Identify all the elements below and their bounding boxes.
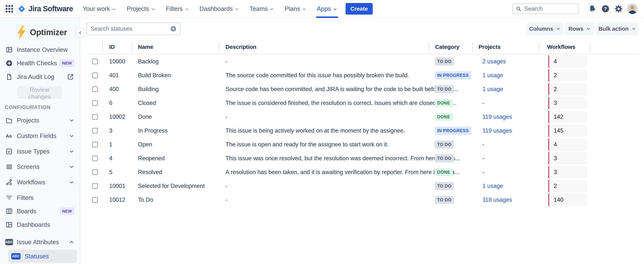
- sidebar-item-workflows[interactable]: Workflows: [0, 176, 80, 189]
- sidebar-collapse-button[interactable]: [76, 28, 85, 38]
- sidebar-item-custom-fields[interactable]: Aa Custom Fields: [0, 129, 80, 143]
- projects-usage-link[interactable]: 118 usages: [482, 196, 512, 203]
- column-separator: [472, 42, 473, 52]
- chevron-down-icon: [69, 118, 74, 123]
- search-statuses-input[interactable]: [90, 25, 170, 32]
- cell-description: -: [226, 114, 228, 120]
- projects-usage-link[interactable]: 119 usages: [482, 127, 512, 134]
- projects-usage-link[interactable]: 2 usages: [482, 58, 506, 65]
- sidebar-item-statuses[interactable]: ABC Statuses: [8, 250, 77, 263]
- user-avatar[interactable]: [627, 4, 638, 14]
- row-checkbox[interactable]: [92, 197, 98, 203]
- nav-item-your-work[interactable]: Your work: [83, 0, 116, 18]
- workflows-count-cell: 3: [548, 152, 587, 164]
- projects-usage-link[interactable]: 1 usage: [482, 86, 503, 92]
- chevron-down-icon: [235, 7, 239, 12]
- cell-category: TO DO: [435, 58, 454, 66]
- projects-usage-link[interactable]: 1 usage: [482, 72, 503, 79]
- notifications-bell-icon[interactable]: [588, 4, 597, 14]
- cell-category: TO DO: [435, 85, 454, 93]
- row-checkbox[interactable]: [92, 142, 98, 147]
- nav-item-label: Apps: [317, 5, 331, 12]
- settings-gear-icon[interactable]: [614, 4, 624, 14]
- category-badge: TO DO: [435, 154, 454, 162]
- projects-usage-link[interactable]: 119 usages: [482, 114, 512, 120]
- table-row-backlog: 10000 Backlog - TO DO 2 usages 4: [80, 54, 644, 68]
- category-badge: TO DO: [435, 58, 454, 66]
- global-search-placeholder: Search: [524, 6, 543, 12]
- row-checkbox[interactable]: [92, 72, 98, 78]
- cell-name: Building: [138, 86, 158, 92]
- sidebar-item-filters[interactable]: Filters: [0, 191, 80, 204]
- sidebar-item-issue-attributes[interactable]: ABC Issue Attributes: [0, 236, 80, 249]
- row-checkbox[interactable]: [92, 114, 98, 120]
- nav-item-label: Your work: [83, 5, 110, 12]
- sidebar-item-instance-overview[interactable]: Instance Overview: [0, 43, 80, 56]
- sidebar-item-trailing: NEW: [60, 208, 74, 215]
- row-checkbox[interactable]: [92, 100, 98, 106]
- sidebar-item-screens[interactable]: Screens: [0, 160, 80, 174]
- new-badge: NEW: [60, 208, 74, 215]
- global-search-input[interactable]: Search: [512, 4, 579, 14]
- sidebar-item-dashboards[interactable]: Dashboards: [0, 218, 80, 232]
- row-checkbox[interactable]: [92, 59, 98, 64]
- review-changes-button[interactable]: Review changes: [17, 86, 62, 98]
- nav-item-dashboards[interactable]: Dashboards: [200, 0, 239, 18]
- row-checkbox[interactable]: [92, 128, 98, 134]
- workflows-count: 3: [554, 155, 557, 162]
- clear-search-icon[interactable]: [170, 26, 177, 32]
- sidebar-item-label: Jira Audit Log: [17, 73, 54, 80]
- sidebar-item-boards[interactable]: Boards NEW: [0, 204, 80, 218]
- workflows-count-cell: 4: [548, 138, 587, 151]
- sidebar-item-label: Health Checks: [17, 60, 57, 67]
- sidebar-item-label: Screens: [17, 163, 40, 170]
- row-checkbox[interactable]: [92, 156, 98, 161]
- search-statuses-field: [86, 22, 180, 35]
- rows-button[interactable]: Rows: [565, 22, 594, 35]
- nav-item-label: Filters: [166, 5, 183, 12]
- nav-item-filters[interactable]: Filters: [166, 0, 189, 18]
- row-checkbox[interactable]: [92, 170, 98, 175]
- workflows-count: 140: [554, 196, 564, 203]
- help-icon[interactable]: ?: [600, 4, 610, 14]
- sidebar-item-trailing: [66, 73, 74, 81]
- columns-button[interactable]: Columns: [526, 22, 563, 35]
- jira-logo[interactable]: Jira Software: [18, 4, 73, 13]
- bulk-action-button[interactable]: Bulk action: [596, 22, 638, 35]
- workflows-count: 2: [554, 86, 557, 92]
- sidebar-item-health-checks[interactable]: Health Checks NEW: [0, 56, 80, 70]
- cell-id: 10012: [109, 196, 125, 203]
- app-switcher-icon[interactable]: [6, 5, 13, 12]
- nav-item-teams[interactable]: Teams: [250, 0, 274, 18]
- table-row-reopened: 4 Reopened This issue was once resolved,…: [80, 152, 644, 165]
- cell-name: To Do: [138, 196, 153, 203]
- sidebar-item-label: Filters: [17, 194, 34, 201]
- nav-item-projects[interactable]: Projects: [127, 0, 156, 18]
- column-header-description: Description: [226, 44, 256, 50]
- nav-item-plans[interactable]: Plans: [284, 0, 306, 18]
- app-name: Optimizer: [30, 28, 67, 37]
- category-badge: TO DO: [435, 85, 454, 93]
- workflows-count: 2: [554, 72, 557, 79]
- row-checkbox[interactable]: [92, 86, 98, 92]
- cell-id: 400: [109, 86, 119, 92]
- table-row-open: 1 Open The issue is open and ready for t…: [80, 138, 644, 152]
- sidebar-item-label: Workflows: [17, 179, 45, 186]
- cell-name: Resolved: [138, 169, 162, 176]
- sidebar-item-label: Instance Overview: [17, 46, 68, 53]
- cell-projects-empty: -: [482, 141, 484, 148]
- cell-category: TO DO: [435, 196, 454, 204]
- cell-id: 10002: [109, 114, 125, 120]
- column-separator: [132, 42, 132, 52]
- sidebar-item-jira-audit-log[interactable]: Jira Audit Log: [0, 70, 80, 84]
- nav-item-apps[interactable]: Apps: [317, 0, 337, 18]
- create-button[interactable]: Create: [346, 3, 373, 14]
- column-separator: [102, 42, 103, 52]
- sidebar-item-projects[interactable]: Projects: [0, 114, 80, 127]
- cell-category: TO DO: [435, 154, 454, 162]
- cell-name: Reopened: [138, 155, 165, 162]
- workflows-count-cell: 142: [548, 111, 587, 123]
- projects-usage-link[interactable]: 1 usage: [482, 183, 503, 190]
- row-checkbox[interactable]: [92, 183, 98, 189]
- sidebar-item-issue-types[interactable]: Issue Types: [0, 145, 80, 158]
